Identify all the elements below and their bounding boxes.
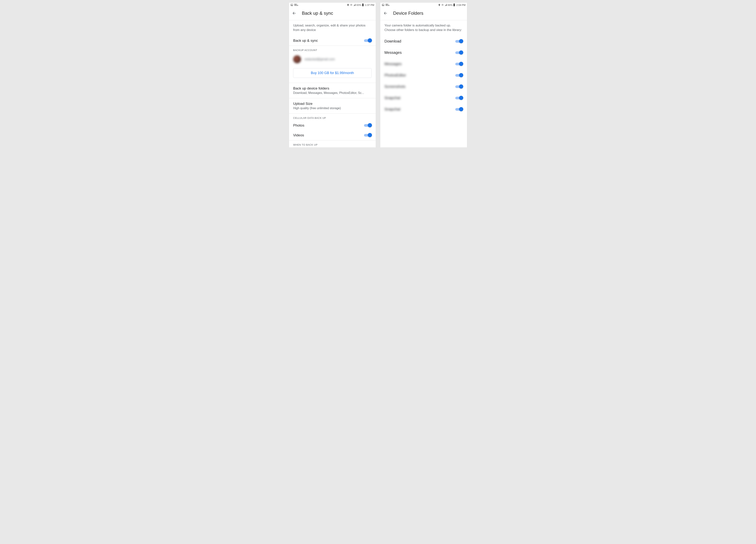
avatar xyxy=(293,55,301,63)
account-row[interactable]: redacted@gmail.com xyxy=(289,53,376,65)
backup-account-header: BACKUP ACCOUNT xyxy=(289,46,376,53)
svg-rect-6 xyxy=(453,4,455,6)
page-title: Back up & sync xyxy=(302,11,333,16)
photos-app-icon xyxy=(382,4,384,6)
svg-rect-2 xyxy=(362,4,364,6)
backup-sync-switch[interactable] xyxy=(364,38,372,43)
battery-icon xyxy=(453,3,455,6)
folder-label: PhotosEditor xyxy=(384,73,406,77)
intro-section: Upload, search, organize, edit & share y… xyxy=(289,20,376,46)
cellular-photos-switch[interactable] xyxy=(364,123,372,128)
folder-label: Snapchat xyxy=(384,96,400,100)
device-folders-row[interactable]: Back up device folders Download, Message… xyxy=(289,83,376,98)
intro-text: Upload, search, organize, edit & share y… xyxy=(289,20,376,36)
back-arrow-icon[interactable] xyxy=(383,11,388,15)
cellular-section: CELLULAR DATA BACK UP Photos Videos xyxy=(289,114,376,140)
status-bar: BBCNEWS 93% 1:37 PM xyxy=(289,3,376,7)
folder-row[interactable]: Screenshots xyxy=(380,81,467,92)
folder-switch[interactable] xyxy=(455,39,463,44)
folder-switch[interactable] xyxy=(455,84,463,89)
svg-point-1 xyxy=(291,4,292,5)
phone-left: BBCNEWS 93% 1:37 PM Back up & sync Up xyxy=(289,3,376,147)
svg-point-5 xyxy=(383,4,383,5)
backup-sync-toggle-row[interactable]: Back up & sync xyxy=(289,36,376,46)
wifi-icon xyxy=(441,4,444,6)
battery-pct: 93% xyxy=(356,4,361,6)
battery-icon xyxy=(362,3,364,6)
device-folders-subtitle: Download, Messages, Messages, PhotosEdit… xyxy=(293,91,372,95)
cellular-videos-row[interactable]: Videos xyxy=(289,130,376,140)
folder-row[interactable]: PhotosEditor xyxy=(380,70,467,81)
folder-switch[interactable] xyxy=(455,62,463,66)
cellular-videos-switch[interactable] xyxy=(364,133,372,138)
svg-rect-7 xyxy=(454,3,455,4)
folder-label: Snapchat xyxy=(384,107,400,112)
cellular-photos-label: Photos xyxy=(293,123,304,128)
folder-switch[interactable] xyxy=(455,73,463,78)
phone-right: BBCNEWS 88% 2:04 PM Device Folders Your … xyxy=(380,3,467,147)
folder-label: Messages xyxy=(384,62,402,66)
news-app-icon: BBCNEWS xyxy=(386,4,390,6)
folder-label: Screenshots xyxy=(384,84,405,89)
title-bar: Device Folders xyxy=(380,7,467,20)
clock-text: 1:37 PM xyxy=(365,4,374,6)
folder-label: Messages xyxy=(384,50,402,55)
photos-app-icon xyxy=(290,4,293,6)
upload-size-row[interactable]: Upload Size High quality (free unlimited… xyxy=(289,98,376,114)
intro-text: Your camera folder is automatically back… xyxy=(380,20,467,36)
folder-row[interactable]: Download xyxy=(380,36,467,47)
title-bar: Back up & sync xyxy=(289,7,376,20)
signal-icon xyxy=(353,4,356,6)
clock-text: 2:04 PM xyxy=(456,4,466,6)
when-header: WHEN TO BACK UP xyxy=(289,140,376,147)
cellular-videos-label: Videos xyxy=(293,133,304,137)
back-arrow-icon[interactable] xyxy=(292,11,297,15)
status-bar: BBCNEWS 88% 2:04 PM xyxy=(380,3,467,7)
folder-row[interactable]: Messages xyxy=(380,58,467,70)
folder-row[interactable]: Snapchat xyxy=(380,92,467,104)
signal-icon xyxy=(445,4,447,6)
backup-account-section: BACKUP ACCOUNT redacted@gmail.com Buy 10… xyxy=(289,46,376,83)
svg-rect-3 xyxy=(363,3,363,4)
account-email: redacted@gmail.com xyxy=(304,57,335,61)
page-title: Device Folders xyxy=(393,11,423,16)
folder-label: Download xyxy=(384,39,401,43)
buy-storage-button[interactable]: Buy 100 GB for $1.99/month xyxy=(293,68,372,78)
news-app-icon: BBCNEWS xyxy=(294,4,298,6)
folder-row[interactable]: Messages xyxy=(380,47,467,58)
folder-switch[interactable] xyxy=(455,50,463,55)
device-folders-title: Back up device folders xyxy=(293,86,372,91)
upload-size-title: Upload Size xyxy=(293,102,372,106)
location-icon xyxy=(347,4,349,6)
upload-size-subtitle: High quality (free unlimited storage) xyxy=(293,107,372,110)
backup-sync-label: Back up & sync xyxy=(293,39,318,43)
cellular-header: CELLULAR DATA BACK UP xyxy=(289,114,376,121)
cellular-photos-row[interactable]: Photos xyxy=(289,121,376,130)
battery-pct: 88% xyxy=(448,4,453,6)
folder-row[interactable]: Snapchat xyxy=(380,104,467,115)
location-icon xyxy=(438,4,441,6)
folder-switch[interactable] xyxy=(455,107,463,112)
wifi-icon xyxy=(350,4,353,6)
folder-switch[interactable] xyxy=(455,96,463,100)
folders-list: DownloadMessagesMessagesPhotosEditorScre… xyxy=(380,36,467,115)
